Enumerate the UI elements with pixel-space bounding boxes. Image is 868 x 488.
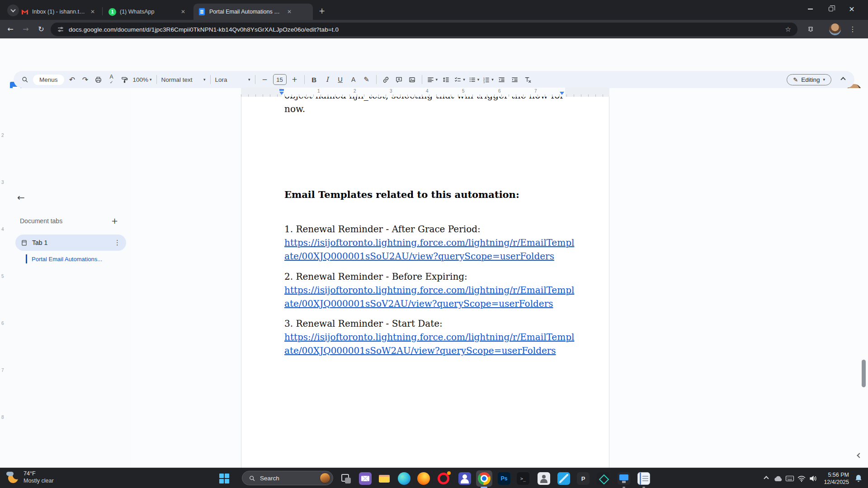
insert-image-button[interactable] — [407, 74, 417, 85]
taskbar-app-task-view[interactable] — [338, 470, 354, 487]
taskbar-app-contacts[interactable] — [536, 470, 552, 487]
add-tab-button[interactable]: + — [111, 216, 118, 225]
undo-button[interactable]: ↶ — [67, 74, 77, 85]
spellcheck-button[interactable]: A ✓ — [107, 74, 117, 85]
system-tray: 5:56 PM 12/4/2025 — [760, 468, 868, 488]
underline-button[interactable]: U — [335, 74, 345, 85]
search-highlight-icon[interactable] — [320, 473, 330, 483]
menus-search-button[interactable]: Menus — [33, 75, 64, 85]
taskbar-weather-widget[interactable]: 74°F Mostly clear — [5, 470, 54, 484]
window-maximize-button[interactable] — [821, 0, 841, 18]
taskbar-app-file-explorer[interactable] — [376, 470, 392, 487]
touch-keyboard-icon[interactable] — [784, 475, 796, 482]
tabs-panel-header: Document tabs — [20, 217, 62, 225]
tab-separator — [102, 7, 103, 15]
extensions-icon[interactable] — [807, 26, 815, 35]
dropdown-icon: ▾ — [248, 77, 250, 82]
desktop: Inbox (1) - ishann.tforce@gmai ✕ 1 (1) W… — [0, 0, 868, 488]
outline-heading-item[interactable]: Portal Email Automations... — [26, 254, 102, 263]
line-spacing-button[interactable] — [441, 74, 451, 85]
increase-indent-button[interactable] — [510, 74, 520, 85]
zoom-select[interactable]: 100%▾ — [133, 74, 152, 85]
collapse-chevron-left-button[interactable] — [858, 451, 861, 459]
ruler-number: 1 — [317, 89, 320, 94]
add-comment-button[interactable] — [394, 74, 404, 85]
taskbar-app-vscode[interactable] — [556, 470, 572, 487]
browser-menu-kebab-icon[interactable]: ⋮ — [849, 25, 856, 33]
taskbar-app-opera[interactable] — [435, 470, 452, 487]
taskbar-search-box[interactable]: Search — [242, 471, 333, 485]
right-indent-marker[interactable] — [560, 92, 564, 95]
close-panel-back-button[interactable]: ← — [17, 192, 25, 203]
numbered-list-button[interactable]: 123 ▾ — [482, 74, 494, 85]
bulleted-list-button[interactable]: ▾ — [468, 74, 480, 85]
taskbar-app-p[interactable]: P — [575, 470, 591, 487]
decrease-font-size-button[interactable]: − — [260, 74, 270, 85]
forward-button[interactable]: → — [18, 25, 33, 33]
print-button[interactable] — [94, 74, 104, 85]
tab-close-button[interactable]: ✕ — [285, 8, 293, 16]
document-tab-item-selected[interactable]: Tab 1 ⋮ — [15, 235, 126, 251]
reload-button[interactable]: ↻ — [33, 25, 49, 33]
insert-link-button[interactable] — [381, 74, 391, 85]
increase-font-size-button[interactable]: + — [290, 74, 300, 85]
tab-close-button[interactable]: ✕ — [179, 8, 187, 16]
paint-format-button[interactable] — [120, 74, 130, 85]
hidden-icons-chevron[interactable] — [760, 477, 772, 480]
browser-profile-avatar[interactable] — [829, 23, 841, 35]
font-select[interactable]: Lora▾ — [215, 74, 250, 85]
browser-tab-docs-active[interactable]: Portal Email Automations – Use ✕ — [193, 4, 313, 20]
item-link[interactable]: https://isijoftoronto.lightning.force.co… — [284, 236, 568, 263]
taskbar-app-edge[interactable] — [396, 470, 412, 487]
onedrive-icon[interactable] — [772, 475, 784, 482]
toolbar-separator — [255, 75, 255, 84]
item-link[interactable]: https://isijoftoronto.lightning.force.co… — [284, 330, 568, 357]
window-minimize-button[interactable] — [800, 0, 821, 18]
italic-button[interactable]: I — [322, 74, 332, 85]
first-line-indent-marker[interactable] — [279, 89, 284, 91]
taskbar-app-notepad[interactable] — [636, 470, 652, 487]
decrease-indent-button[interactable] — [497, 74, 507, 85]
notifications-bell-icon[interactable] — [853, 474, 864, 483]
browser-tab-whatsapp[interactable]: 1 (1) WhatsApp ✕ — [104, 4, 192, 20]
taskbar-app-teams[interactable] — [457, 470, 473, 487]
highlight-color-button[interactable]: ✎ — [362, 74, 372, 85]
browser-tab-gmail[interactable]: Inbox (1) - ishann.tforce@gmai ✕ — [16, 4, 101, 20]
taskbar-app-diagram[interactable] — [595, 470, 611, 487]
bold-button[interactable]: B — [309, 74, 319, 85]
vruler-number: 8 — [1, 415, 4, 420]
taskbar-app-mail[interactable] — [357, 470, 373, 487]
window-close-button[interactable]: ✕ — [841, 0, 862, 18]
start-button[interactable] — [218, 472, 231, 485]
taskbar-app-photoshop[interactable]: Ps — [496, 470, 512, 487]
tab-close-button[interactable]: ✕ — [89, 8, 97, 16]
site-settings-icon[interactable] — [57, 26, 64, 33]
taskbar-app-terminal[interactable]: >_ — [515, 470, 531, 487]
toolbar-search-icon[interactable] — [20, 74, 30, 85]
taskbar-app-firefox[interactable] — [415, 470, 432, 487]
checklist-button[interactable]: ▾ — [454, 74, 465, 85]
address-bar[interactable]: docs.google.com/document/d/1jpc3R6Cmpii0… — [51, 23, 797, 36]
new-tab-button[interactable]: + — [316, 5, 327, 16]
font-size-input[interactable]: 15 — [273, 74, 287, 85]
item-link[interactable]: https://isijoftoronto.lightning.force.co… — [284, 283, 568, 310]
editing-mode-select[interactable]: ✎ Editing ▾ — [787, 74, 831, 85]
paragraph-style-select[interactable]: Normal text▾ — [161, 74, 206, 85]
wifi-icon[interactable] — [796, 475, 807, 482]
horizontal-ruler[interactable]: 1 2 3 4 5 6 7 — [241, 88, 609, 97]
taskbar-clock[interactable]: 5:56 PM 12/4/2025 — [824, 471, 849, 486]
redo-button[interactable]: ↷ — [80, 74, 90, 85]
document-page[interactable]: object named hjfl_test, selecting that w… — [241, 97, 609, 468]
clear-formatting-button[interactable] — [523, 74, 533, 85]
taskbar-app-chrome-active[interactable] — [476, 470, 492, 487]
volume-icon[interactable] — [807, 475, 819, 482]
back-button[interactable]: ← — [3, 25, 18, 33]
hide-menus-button[interactable] — [838, 74, 848, 85]
tab-options-kebab-icon[interactable]: ⋮ — [114, 239, 121, 247]
left-indent-marker[interactable] — [279, 92, 284, 95]
bookmark-star-icon[interactable]: ☆ — [785, 25, 791, 33]
align-button[interactable]: ▾ — [427, 74, 438, 85]
taskbar-app-remote-desktop[interactable] — [616, 470, 632, 487]
vertical-scrollbar-thumb[interactable] — [862, 360, 866, 387]
text-color-button[interactable]: A — [349, 74, 359, 85]
